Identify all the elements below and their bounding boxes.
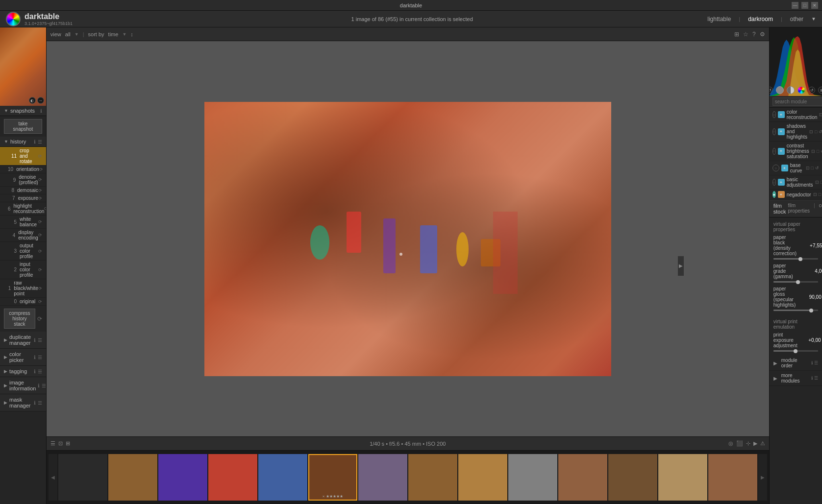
film-thumb[interactable]	[108, 454, 157, 501]
image-information-header[interactable]: ▶ image information ℹ ☰	[0, 377, 46, 394]
module-action-1[interactable]: ⊡	[819, 112, 822, 117]
dup-info-icon[interactable]: ℹ	[34, 337, 36, 343]
paper-gloss-handle[interactable]	[809, 309, 813, 312]
histogram-white-btn[interactable]	[776, 86, 784, 94]
history-info-icon[interactable]: ℹ	[34, 139, 36, 144]
settings-icon[interactable]: ⚙	[760, 31, 765, 38]
film-thumb[interactable]	[258, 454, 307, 501]
filmstrip-next[interactable]: ▶	[758, 454, 767, 501]
history-reset-icon[interactable]: ⟳	[38, 286, 42, 291]
history-item[interactable]: 11 crop and rotate ⟳	[0, 147, 46, 166]
history-reset-icon[interactable]: ⟳	[38, 188, 42, 193]
nav-dropdown-arrow[interactable]: ▼	[811, 16, 816, 22]
module-action-2[interactable]: □	[811, 166, 814, 170]
module-row[interactable]: ○ ✦ basic adjustments ⊡ □ ↺	[770, 175, 822, 190]
paper-gloss-slider[interactable]	[773, 310, 818, 311]
module-action-1[interactable]: ⊡	[811, 149, 815, 154]
snapshots-info-icon[interactable]: ℹ	[40, 108, 42, 114]
history-menu-icon[interactable]: ☰	[38, 139, 42, 144]
history-item[interactable]: 10 orientation ⟳	[0, 166, 46, 173]
film-thumb[interactable]	[408, 454, 457, 501]
film-thumb[interactable]	[558, 454, 607, 501]
film-thumb[interactable]: × ★★★★★	[308, 454, 357, 501]
nav-other[interactable]: other	[788, 15, 805, 24]
preview-btn-1[interactable]: ◐	[29, 97, 36, 104]
toolbar-dropdown-arrow[interactable]: ▼	[75, 32, 79, 37]
film-thumb[interactable]	[508, 454, 557, 501]
film-thumb[interactable]	[358, 454, 407, 501]
module-order-menu[interactable]: ☰	[814, 360, 818, 365]
module-action-2[interactable]: □	[815, 129, 817, 134]
paper-grade-slider[interactable]	[773, 281, 818, 283]
paper-grade-handle[interactable]	[796, 280, 800, 284]
nav-lighttable[interactable]: lighttable	[705, 15, 733, 24]
module-order-row[interactable]: ▶ module order ℹ ☰	[770, 356, 822, 371]
module-action-1[interactable]: ⊡	[813, 192, 817, 197]
status-list-icon[interactable]: ☰	[50, 440, 55, 447]
cp-info-icon[interactable]: ℹ	[34, 355, 36, 360]
status-play-icon[interactable]: ▶	[753, 440, 757, 447]
history-item[interactable]: 2 input color profile ⟳	[0, 261, 46, 279]
status-wave-icon[interactable]: ⊹	[746, 440, 750, 447]
history-item[interactable]: 5 white balance ⟳	[0, 216, 46, 229]
history-item[interactable]: 3 output color profile ⟳	[0, 242, 46, 261]
module-action-3[interactable]: ↺	[819, 129, 822, 134]
history-reset-icon[interactable]: ⟳	[38, 177, 42, 182]
filmstrip-prev[interactable]: ◀	[49, 454, 57, 501]
film-thumb[interactable]	[608, 454, 657, 501]
imginfo-menu-icon[interactable]: ☰	[42, 383, 46, 388]
mask-menu-icon[interactable]: ☰	[38, 400, 42, 406]
mask-info-icon[interactable]: ℹ	[34, 400, 36, 406]
star-icon[interactable]: ☆	[743, 31, 748, 38]
print-exposure-slider[interactable]	[773, 350, 818, 352]
histogram-colored-btn[interactable]	[797, 86, 805, 94]
right-panel-toggle[interactable]: ▶	[678, 256, 684, 276]
take-snapshot-button[interactable]: take snapshot	[4, 119, 42, 134]
module-enable[interactable]: ●	[772, 191, 776, 198]
histogram-grid-btn[interactable]: ⊞	[818, 87, 822, 94]
sort-dropdown-arrow[interactable]: ▼	[122, 32, 126, 37]
compress-icon[interactable]: ⟳	[37, 315, 42, 322]
view-label[interactable]: view	[50, 31, 61, 37]
history-reset-icon[interactable]: ⟳	[38, 154, 42, 159]
history-reset-icon[interactable]: ⟳	[38, 249, 42, 254]
status-focus-icon[interactable]: ◎	[728, 440, 733, 447]
film-thumb[interactable]	[158, 454, 207, 501]
more-modules-row[interactable]: ▶ more modules ℹ ☰	[770, 371, 822, 386]
history-item[interactable]: 7 exposure ⟳	[0, 194, 46, 202]
dup-menu-icon[interactable]: ☰	[38, 337, 42, 343]
tab-film-properties[interactable]: film properties	[786, 202, 811, 215]
film-thumb[interactable]	[208, 454, 257, 501]
module-enable[interactable]: ○	[772, 165, 779, 171]
imginfo-info-icon[interactable]: ℹ	[38, 383, 40, 388]
module-enable[interactable]: ○	[772, 128, 776, 135]
grid-icon[interactable]: ⊞	[734, 31, 739, 38]
more-modules-info[interactable]: ℹ	[811, 376, 813, 381]
tagging-header[interactable]: ▶ tagging ℹ ☰	[0, 366, 46, 377]
module-row[interactable]: ○ ✦ shadows and highlights ⊡ □ ↺	[770, 122, 822, 142]
status-color-icon[interactable]: ⬛	[736, 440, 743, 447]
history-item[interactable]: 0 original ⟳	[0, 298, 46, 306]
module-row[interactable]: ○ ✦ contrast brightness saturation ⊡ □ ↺	[770, 142, 822, 161]
help-icon[interactable]: ?	[752, 31, 756, 38]
module-order-info[interactable]: ℹ	[811, 360, 813, 365]
module-action-1[interactable]: ⊡	[815, 180, 819, 185]
history-item[interactable]: 4 display encoding ⟳	[0, 229, 46, 242]
nav-darkroom[interactable]: darkroom	[746, 15, 775, 24]
history-reset-icon[interactable]: ⟳	[38, 233, 42, 238]
history-reset-icon[interactable]: ⟳	[38, 196, 42, 201]
more-modules-menu[interactable]: ☰	[814, 376, 818, 381]
print-exposure-handle[interactable]	[794, 349, 797, 353]
all-label[interactable]: all	[65, 31, 71, 37]
tab-corrections[interactable]: corrections	[817, 202, 822, 215]
film-thumb[interactable]	[658, 454, 707, 501]
status-crop-icon[interactable]: ⊞	[66, 440, 70, 447]
compress-history-button[interactable]: compress history stack	[4, 309, 35, 329]
histogram-refresh-btn[interactable]: ↺	[808, 87, 815, 94]
history-reset-icon[interactable]: ⟳	[39, 167, 43, 172]
preview-btn-2[interactable]: ↔	[37, 97, 44, 104]
cp-menu-icon[interactable]: ☰	[38, 355, 42, 360]
time-label[interactable]: time	[108, 31, 119, 37]
maximize-button[interactable]: □	[801, 2, 808, 9]
status-grid2-icon[interactable]: ⊡	[58, 440, 63, 447]
